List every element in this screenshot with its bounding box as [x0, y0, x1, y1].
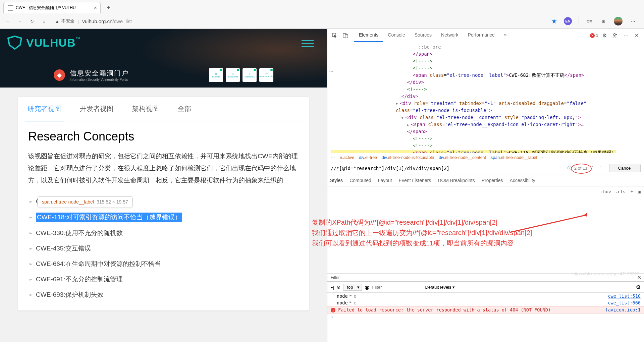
- favorite-icon[interactable]: ★: [551, 17, 557, 25]
- new-tab-button[interactable]: +: [103, 2, 114, 13]
- home-button[interactable]: ⌂: [40, 17, 48, 25]
- devtools-tab-sources[interactable]: Sources: [410, 29, 436, 42]
- caret-icon: ▶: [30, 293, 33, 296]
- console-line: node▶e cwe_list:666: [327, 299, 644, 306]
- styles-tab-events[interactable]: Event Listeners: [399, 178, 431, 183]
- collections-icon[interactable]: ⊞: [600, 17, 607, 25]
- refresh-button[interactable]: ↻: [28, 17, 36, 25]
- menu-icon[interactable]: ⋯: [629, 17, 637, 25]
- device-toggle-icon[interactable]: [341, 31, 350, 40]
- error-icon: ✕: [331, 308, 335, 312]
- feedback-icon[interactable]: [610, 31, 620, 40]
- tab-architecture[interactable]: 架构视图: [123, 97, 168, 121]
- styles-tab-dombp[interactable]: DOM Breakpoints: [438, 178, 475, 183]
- console-error-line: ✕ Failed to load resource: the server re…: [327, 306, 644, 314]
- console-source-link[interactable]: favicon.ico:1: [605, 307, 641, 312]
- overflow-dots[interactable]: ⋯: [329, 66, 334, 75]
- hov-toggle[interactable]: :hov: [601, 189, 611, 194]
- log-levels-selector[interactable]: Default levels ▾: [425, 285, 455, 290]
- error-count-badge[interactable]: ✕1: [590, 33, 598, 38]
- subtitle-en: Information Security Vulnerability Porta…: [70, 78, 129, 81]
- console-sidebar-icon[interactable]: ▸|: [331, 285, 334, 290]
- caret-icon: ▶: [30, 278, 33, 281]
- tab-researcher[interactable]: 研究者视图: [18, 97, 70, 121]
- svg-rect-2: [345, 35, 348, 38]
- header-icon[interactable]: 〰assessments: [259, 68, 273, 82]
- tree-item[interactable]: ▶CWE-330:使用不充分的随机数: [28, 225, 299, 241]
- console-source-link[interactable]: cwe_list:666: [608, 300, 641, 305]
- page-viewport: VULHUB™ ◆ 信息安全漏洞门户 Information Security …: [0, 29, 327, 342]
- elements-search-bar: ⓧ 2 of 11 ˄ ˅ Cancel: [327, 162, 644, 174]
- styles-tabs: Styles Computed Layout Event Listeners D…: [327, 174, 644, 186]
- insecure-warning: ▲ 不安全: [55, 18, 74, 24]
- site-header: VULHUB™ ◆ 信息安全漏洞门户 Information Security …: [0, 29, 327, 88]
- tab-title: CWE - 信息安全漏洞门户 VULHU: [16, 5, 76, 11]
- devtools-header: Elements Console Sources Network Perform…: [327, 29, 644, 42]
- back-button[interactable]: ←: [4, 17, 11, 25]
- console-settings-icon[interactable]: ⚙: [636, 284, 641, 290]
- cls-toggle[interactable]: .cls: [615, 189, 626, 194]
- header-icon[interactable]: ⚛scenarios: [243, 68, 257, 82]
- site-logo[interactable]: VULHUB™: [7, 36, 81, 50]
- filter-label: Filter: [329, 275, 340, 280]
- favorites-icon[interactable]: ✩≡: [586, 17, 593, 25]
- menu-hamburger-icon[interactable]: [302, 38, 314, 49]
- tree-item[interactable]: ▶CWE-664:在生命周期中对资源的控制不恰当: [28, 256, 299, 272]
- tree-item[interactable]: ▶CWE-435:交互错误: [28, 241, 299, 256]
- styles-tab-properties[interactable]: Properties: [482, 178, 503, 183]
- devtools-tab-console[interactable]: Console: [383, 29, 410, 42]
- view-tabs: 研究者视图 开发者视图 架构视图 全部: [18, 97, 309, 121]
- devtools-tab-elements[interactable]: Elements: [354, 29, 383, 42]
- dom-breadcrumb[interactable]: ⋯ e.active div.el-tree div.el-tree-node.…: [327, 153, 644, 162]
- new-style-icon[interactable]: ＋: [630, 188, 634, 194]
- shield-icon: ◆: [54, 69, 65, 81]
- dom-tree[interactable]: ⋯ ::before </span> <!----> <!----> <span…: [327, 42, 644, 153]
- watermark: https://blog.csdn.net/qq_42196922: [573, 271, 640, 276]
- computed-toggle-icon[interactable]: ▣: [638, 189, 641, 194]
- devtools-tab-performance[interactable]: Performance: [463, 29, 499, 42]
- content-heading: Research Concepts: [28, 129, 299, 144]
- browser-tab[interactable]: CWE - 信息安全漏洞门户 VULHU ×: [3, 2, 101, 13]
- address-bar[interactable]: ▲ 不安全 | vulhub.org.cn/cwe_list: [55, 18, 132, 24]
- tab-close-icon[interactable]: ×: [94, 5, 97, 11]
- cwe-tree: ▶CWE-682:数值计算不正确 span.el-tree-node__labe…: [28, 194, 299, 302]
- header-icon-row: ⚙exploits ◎advisories ⚛scenarios 〰assess…: [209, 68, 273, 82]
- search-input[interactable]: [331, 166, 565, 171]
- tab-strip: CWE - 信息安全漏洞门户 VULHU × +: [0, 0, 644, 13]
- console-prompt[interactable]: ›: [327, 314, 644, 320]
- settings-icon[interactable]: ⚙: [600, 31, 609, 40]
- cancel-button[interactable]: Cancel: [609, 164, 641, 172]
- console-source-link[interactable]: cwe_list:510: [608, 293, 641, 299]
- caret-icon: ▶: [30, 216, 33, 219]
- styles-tab-accessibility[interactable]: Accessibility: [510, 178, 535, 183]
- header-icon[interactable]: ◎advisories: [226, 68, 240, 82]
- language-badge[interactable]: EN: [564, 17, 572, 25]
- more-icon[interactable]: ⋯: [621, 31, 631, 40]
- caret-icon: ▶: [30, 200, 33, 203]
- search-next-icon[interactable]: ˅: [598, 166, 603, 171]
- devtools-panel: Elements Console Sources Network Perform…: [327, 29, 644, 342]
- tab-developer[interactable]: 开发者视图: [70, 97, 123, 121]
- caret-icon: ▶: [30, 247, 33, 250]
- logo-mark-icon: [7, 36, 23, 50]
- live-expression-icon[interactable]: ◉: [365, 284, 369, 290]
- tree-item-selected[interactable]: span.el-tree-node__label315.52 × 19.57 ▶…: [28, 209, 299, 225]
- element-tooltip: span.el-tree-node__label315.52 × 19.57: [38, 196, 132, 207]
- tree-item[interactable]: ▶CWE-693:保护机制失效: [28, 287, 299, 302]
- styles-tab-layout[interactable]: Layout: [378, 178, 392, 183]
- devtools-tab-more[interactable]: »: [499, 29, 512, 42]
- tab-all[interactable]: 全部: [168, 97, 201, 121]
- forward-button[interactable]: →: [16, 17, 23, 25]
- close-devtools-icon[interactable]: ✕: [632, 31, 641, 40]
- devtools-tab-network[interactable]: Network: [436, 29, 463, 42]
- clear-console-icon[interactable]: ⊘: [337, 285, 340, 290]
- inspect-icon[interactable]: [330, 31, 339, 40]
- profile-avatar[interactable]: [614, 17, 623, 25]
- styles-tab-styles[interactable]: Styles: [330, 178, 343, 183]
- context-selector[interactable]: top: [343, 284, 362, 291]
- styles-body: :hov .cls ＋ ▣ Filter ✕: [327, 186, 644, 282]
- console-filter-input[interactable]: [372, 285, 422, 290]
- tree-item[interactable]: ▶CWE-691:不充分的控制流管理: [28, 272, 299, 287]
- styles-tab-computed[interactable]: Computed: [350, 178, 371, 183]
- header-icon[interactable]: ⚙exploits: [209, 68, 223, 82]
